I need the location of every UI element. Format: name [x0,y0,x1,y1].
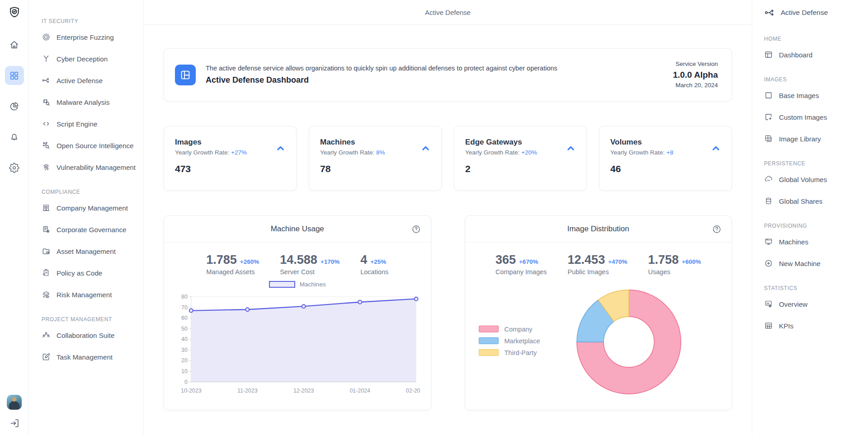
chart-stat-server-cost: 14.588+170% Server Cost [280,253,340,276]
right-sidebar-item-global-volumes[interactable]: Global Volumes [752,168,864,190]
sidebar-item-label: Enterprise Fuzzing [57,33,114,41]
right-sidebar-sections: HOME Dashboard IMAGES Base Images Custom… [752,36,864,337]
legend-item-company[interactable]: Company [479,325,540,332]
sidebar-item-label: Custom Images [779,113,827,121]
left-sidebar-item-policy-as-code[interactable]: Policy as Code [37,262,140,284]
policy-as-code-icon [42,268,51,277]
sidebar-item-label: Task Management [57,353,113,361]
service-banner: The active defense service allows organi… [164,48,732,101]
chart-title: Machine Usage [271,225,324,234]
rail-item-home[interactable] [5,35,24,54]
user-avatar[interactable] [7,395,22,410]
left-sidebar-item-malware-analysis[interactable]: Malware Analysis [37,91,140,113]
help-icon[interactable] [712,225,722,234]
stat-card-title: Machines [320,138,430,147]
chart-stat-value: 1.758 [648,253,679,267]
service-version-date: March 20, 2024 [673,81,718,90]
left-sidebar-item-vulnerability-management[interactable]: Vulnerability Management [37,156,140,178]
left-sidebar-item-open-source-intelligence[interactable]: Open Source Intelligence [37,135,140,156]
rail-item-apps[interactable] [5,66,24,85]
left-sidebar-section-project-management: PROJECT MANAGEMENT [42,316,140,323]
chart-stat-value: 1.785 [206,253,237,267]
right-sidebar-item-image-library[interactable]: Image Library [752,128,864,150]
image-library-icon [764,134,773,143]
service-version-label: Service Version [673,60,718,69]
rail-item-analytics[interactable] [5,97,24,116]
right-sidebar-section-provisioning: PROVISIONING [764,223,864,229]
left-sidebar-item-corporate-governance[interactable]: Corporate Governance [37,219,140,240]
stat-card-value: 2 [465,164,576,174]
right-sidebar-item-dashboard[interactable]: Dashboard [752,44,864,65]
chart-stat-label: Public Images [568,268,627,276]
right-sidebar-item-custom-images[interactable]: Custom Images [752,106,864,128]
banner-description: The active defense service allows organi… [206,65,673,72]
chart-stat-delta: +470% [608,258,627,265]
chart-header: Machine Usage [164,216,431,243]
legend-item-marketplace[interactable]: Marketplace [479,337,540,344]
chevron-up-icon[interactable] [420,143,431,154]
service-version-value: 1.0.0 Alpha [673,69,718,81]
chart-stat-delta: +260% [240,258,259,265]
left-sidebar-item-company-management[interactable]: Company Management [37,197,140,219]
rail-item-settings[interactable] [5,158,24,177]
left-sidebar-item-active-defense[interactable]: Active Defense [37,70,140,91]
right-sidebar-section-persistence: PERSISTENCE [764,160,864,167]
chevron-up-icon[interactable] [710,143,722,154]
stat-card-edge-gateways: Edge Gateways Yearly Growth Rate: +20% 2 [454,126,587,191]
legend-item-third-party[interactable]: Third-Party [479,349,540,356]
kpis-icon [764,321,773,330]
left-sidebar-item-cyber-deception[interactable]: Cyber Deception [37,48,140,70]
right-sidebar-item-global-shares[interactable]: Global Shares [752,190,864,212]
asset-management-icon [42,247,51,256]
left-sidebar-item-asset-management[interactable]: Asset Management [37,240,140,262]
right-sidebar-section-images: IMAGES [764,76,864,83]
machine-usage-chart[interactable]: 0102030405060708010-202311-202312-202301… [164,288,431,404]
chart-stat-usages: 1.758+600% Usages [648,253,701,276]
main-content: The active defense service allows organi… [144,25,752,410]
page-title: Active Defense [425,9,471,16]
legend-swatch [479,349,499,356]
right-sidebar-item-base-images[interactable]: Base Images [752,84,864,106]
chart-stat-label: Usages [648,268,701,276]
stat-card-machines: Machines Yearly Growth Rate: 8% 78 [309,126,442,191]
sidebar-item-label: Base Images [779,92,819,99]
right-sidebar-item-machines[interactable]: Machines [752,231,864,253]
active-defense-icon [42,76,51,85]
left-sidebar-item-enterprise-fuzzing[interactable]: Enterprise Fuzzing [37,26,140,48]
line-chart-legend[interactable]: Machines [164,281,431,288]
right-sidebar-header: Active Defense [752,0,864,25]
stat-card-growth: Yearly Growth Rate: 8% [320,149,430,156]
chart-stat-label: Managed Assets [206,268,259,276]
help-icon[interactable] [411,225,421,234]
rail-item-notifications[interactable] [5,127,24,146]
right-sidebar-item-new-machine[interactable]: New Machine [752,253,864,274]
open-source-intelligence-icon [42,141,51,150]
legend-label: Company [505,325,533,332]
sidebar-item-label: Open Source Intelligence [57,142,134,150]
donut-legend: Company Marketplace Third-Party [479,321,540,360]
left-sidebar-item-task-management[interactable]: Task Management [37,346,140,368]
chevron-up-icon[interactable] [275,143,286,154]
chart-stats: 1.785+260% Managed Assets 14.588+170% Se… [164,243,431,276]
stat-card-growth: Yearly Growth Rate: +8 [610,149,721,156]
sidebar-item-label: Company Management [57,204,128,212]
chevron-up-icon[interactable] [565,143,576,154]
legend-label: Marketplace [505,337,540,344]
svg-text:10-2023: 10-2023 [181,388,202,394]
left-sidebar-item-script-engine[interactable]: Script Engine [37,113,140,135]
left-sidebar-item-risk-management[interactable]: Risk Management [37,284,140,305]
right-sidebar-item-overview[interactable]: Overview [752,293,864,315]
malware-analysis-icon [42,98,51,107]
donut-chart[interactable] [573,286,684,398]
svg-text:02-2024: 02-2024 [406,388,420,394]
logout-icon[interactable] [9,418,20,429]
stat-card-volumes: Volumes Yearly Growth Rate: +8 46 [599,126,732,191]
right-sidebar-item-kpis[interactable]: KPIs [752,315,864,337]
stat-card-row: Images Yearly Growth Rate: +27% 473 Mach… [164,126,732,191]
image-distribution-chart[interactable]: Company Marketplace Third-Party [465,276,732,410]
chart-stat-label: Server Cost [280,268,340,276]
risk-management-icon [42,290,51,299]
sidebar-item-label: Risk Management [57,291,112,299]
left-sidebar-item-collaboration-suite[interactable]: Collaboration Suite [37,324,140,346]
stat-card-value: 46 [610,164,721,174]
